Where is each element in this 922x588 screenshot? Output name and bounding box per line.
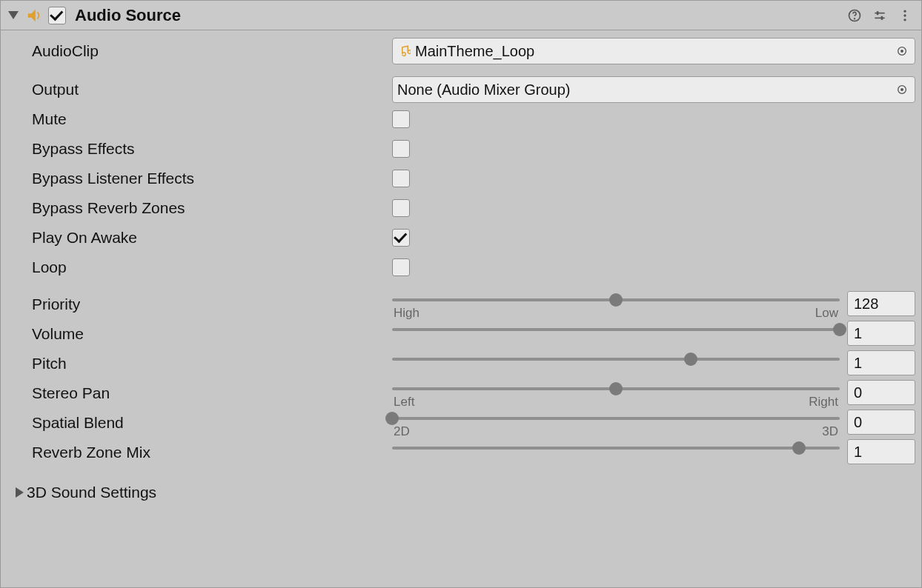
priority-row: Priority High Low — [30, 291, 915, 321]
pitch-slider[interactable] — [392, 358, 840, 361]
priority-slider[interactable] — [392, 298, 840, 301]
context-menu-icon[interactable] — [895, 5, 915, 26]
audioclip-value: MainTheme_Loop — [415, 43, 889, 60]
svg-point-8 — [903, 19, 906, 21]
bypass-reverb-zones-row: Bypass Reverb Zones — [30, 193, 915, 223]
foldout-toggle[interactable] — [8, 11, 19, 19]
priority-label: Priority — [30, 291, 386, 313]
stereo-pan-tick-left: Left — [394, 395, 414, 410]
spatial-blend-slider-thumb[interactable] — [385, 412, 399, 425]
audioclip-label: AudioClip — [30, 42, 386, 60]
bypass-listener-effects-checkbox[interactable] — [392, 170, 410, 187]
component-enabled-checkbox[interactable] — [48, 7, 66, 24]
bypass-reverb-zones-label: Bypass Reverb Zones — [30, 199, 386, 217]
object-picker-icon[interactable] — [894, 81, 910, 98]
audioclip-icon — [397, 44, 411, 58]
audio-source-icon — [26, 7, 42, 24]
bypass-effects-label: Bypass Effects — [30, 140, 386, 158]
spatial-blend-label: Spatial Blend — [30, 410, 386, 432]
priority-tick-right: Low — [815, 306, 838, 321]
reverb-zone-mix-slider-thumb[interactable] — [792, 441, 806, 455]
reverb-zone-mix-label: Reverb Zone Mix — [30, 439, 386, 461]
mute-row: Mute — [30, 104, 915, 134]
svg-point-1 — [855, 18, 855, 19]
spatial-blend-input[interactable] — [847, 410, 915, 435]
svg-point-6 — [903, 10, 906, 12]
stereo-pan-slider[interactable] — [392, 387, 840, 390]
bypass-listener-effects-row: Bypass Listener Effects — [30, 164, 915, 193]
svg-point-10 — [901, 50, 903, 53]
spatial-blend-tick-left: 2D — [394, 424, 410, 439]
output-value: None (Audio Mixer Group) — [397, 81, 889, 98]
presets-icon[interactable] — [869, 5, 890, 26]
output-label: Output — [30, 81, 386, 98]
3d-sound-settings-label: 3D Sound Settings — [27, 484, 156, 501]
audioclip-row: AudioClip MainTheme_Loop — [30, 36, 915, 66]
priority-input[interactable] — [847, 291, 915, 316]
stereo-pan-label: Stereo Pan — [30, 380, 386, 402]
loop-label: Loop — [30, 258, 386, 276]
component-title: Audio Source — [75, 6, 181, 25]
svg-point-12 — [901, 88, 903, 91]
chevron-right-icon — [16, 487, 24, 498]
spatial-blend-row: Spatial Blend 2D 3D — [30, 410, 915, 439]
spatial-blend-slider[interactable] — [392, 417, 840, 420]
stereo-pan-input[interactable] — [847, 380, 915, 405]
audioclip-field[interactable]: MainTheme_Loop — [392, 38, 915, 64]
reverb-zone-mix-input[interactable] — [847, 439, 915, 464]
stereo-pan-slider-thumb[interactable] — [609, 382, 623, 395]
output-field[interactable]: None (Audio Mixer Group) — [392, 76, 915, 103]
volume-label: Volume — [30, 321, 386, 343]
reverb-zone-mix-row: Reverb Zone Mix — [30, 439, 915, 469]
pitch-label: Pitch — [30, 350, 386, 372]
svg-point-7 — [903, 14, 906, 16]
pitch-slider-thumb[interactable] — [684, 353, 697, 366]
pitch-row: Pitch — [30, 350, 915, 380]
help-icon[interactable] — [844, 5, 865, 26]
volume-input[interactable] — [847, 321, 915, 346]
stereo-pan-tick-right: Right — [809, 395, 838, 410]
priority-slider-thumb[interactable] — [609, 293, 623, 307]
mute-label: Mute — [30, 110, 386, 128]
play-on-awake-label: Play On Awake — [30, 229, 386, 247]
svg-rect-4 — [877, 11, 879, 15]
spatial-blend-tick-right: 3D — [822, 424, 838, 439]
output-row: Output None (Audio Mixer Group) — [30, 75, 915, 104]
bypass-reverb-zones-checkbox[interactable] — [392, 199, 410, 217]
play-on-awake-checkbox[interactable] — [392, 229, 410, 247]
loop-checkbox[interactable] — [392, 258, 410, 276]
svg-rect-5 — [881, 16, 883, 19]
3d-sound-settings-foldout[interactable]: 3D Sound Settings — [16, 478, 915, 507]
mute-checkbox[interactable] — [392, 110, 410, 128]
pitch-input[interactable] — [847, 350, 915, 375]
volume-slider-thumb[interactable] — [833, 323, 846, 336]
stereo-pan-row: Stereo Pan Left Right — [30, 380, 915, 410]
object-picker-icon[interactable] — [894, 43, 910, 59]
reverb-zone-mix-slider[interactable] — [392, 447, 840, 450]
volume-slider[interactable] — [392, 328, 840, 331]
bypass-listener-effects-label: Bypass Listener Effects — [30, 170, 386, 187]
audio-source-inspector: Audio Source AudioClip — [0, 0, 922, 588]
bypass-effects-checkbox[interactable] — [392, 140, 410, 158]
loop-row: Loop — [30, 253, 915, 282]
priority-tick-left: High — [394, 306, 419, 321]
component-body: AudioClip MainTheme_Loop Output No — [1, 30, 921, 516]
component-header[interactable]: Audio Source — [1, 1, 921, 30]
play-on-awake-row: Play On Awake — [30, 223, 915, 253]
volume-row: Volume — [30, 321, 915, 350]
bypass-effects-row: Bypass Effects — [30, 134, 915, 164]
